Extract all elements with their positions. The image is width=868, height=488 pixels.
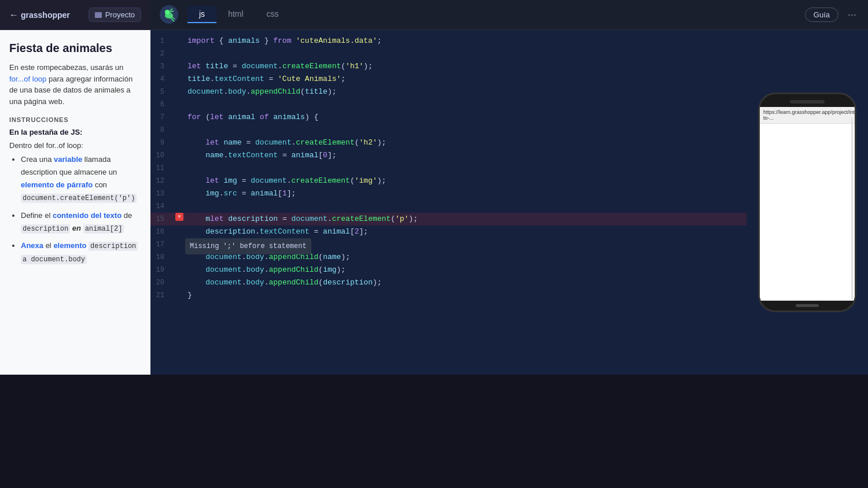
back-arrow-icon: ← bbox=[9, 10, 19, 20]
code-content: let title = document.createElement('h1')… bbox=[185, 60, 746, 73]
line-number: 1 bbox=[150, 35, 174, 47]
phone-screen: https://learn.grasshopper.app/project/in… bbox=[760, 107, 855, 301]
tab-css[interactable]: css bbox=[255, 6, 290, 23]
code-content: for (let animal of animals) { bbox=[185, 111, 746, 124]
error-tooltip: Missing ';' before statement bbox=[185, 238, 311, 254]
sidebar-intro-text: En este rompecabezas, usarás un bbox=[9, 63, 123, 72]
svg-point-2 bbox=[165, 10, 170, 14]
code-content: description.textContent = animal[2]; bbox=[185, 225, 746, 238]
phone-scrollbar bbox=[851, 117, 853, 299]
code-line-3[interactable]: 3let title = document.createElement('h1'… bbox=[150, 60, 746, 73]
code-content: mlet description = document.createElemen… bbox=[185, 213, 746, 225]
code-line-21[interactable]: 21} bbox=[150, 289, 746, 302]
line-number: 2 bbox=[150, 47, 174, 60]
editor-actions: Guía ··· bbox=[805, 6, 859, 23]
parrafo-link[interactable]: elemento de párrafo bbox=[21, 180, 93, 189]
anexa-link[interactable]: Anexa bbox=[21, 241, 43, 250]
bottom-area bbox=[0, 375, 868, 488]
proyecto-icon bbox=[95, 12, 102, 18]
code-content: document.body.appendChild(img); bbox=[185, 264, 746, 276]
code-content bbox=[185, 47, 746, 60]
line-number: 10 bbox=[150, 149, 174, 162]
code-content bbox=[185, 124, 746, 136]
phone-home-button bbox=[796, 304, 819, 307]
contenido-link[interactable]: contenido del texto bbox=[53, 211, 122, 220]
line-number: 5 bbox=[150, 86, 174, 98]
sidebar-title: Fiesta de animales bbox=[9, 42, 141, 55]
line-number: 20 bbox=[150, 276, 174, 289]
more-button[interactable]: ··· bbox=[845, 6, 859, 23]
code-content: let img = document.createElement('img'); bbox=[185, 175, 746, 187]
line-number: 3 bbox=[150, 60, 174, 73]
code-line-14[interactable]: 14 bbox=[150, 200, 746, 213]
instruction-item-1: Crea una variable llamada description qu… bbox=[21, 153, 141, 205]
app-title: grasshopper bbox=[21, 10, 70, 20]
line-number: 6 bbox=[150, 98, 174, 111]
sidebar-top: ← grasshopper Proyecto bbox=[0, 0, 150, 29]
code-line-19[interactable]: 19 document.body.appendChild(img); bbox=[150, 264, 746, 276]
app-container: ← grasshopper Proyecto js html bbox=[0, 0, 868, 488]
code-content: document.body.appendChild(description); bbox=[185, 276, 746, 289]
line-number: 11 bbox=[150, 162, 174, 175]
code-line-6[interactable]: 6 bbox=[150, 98, 746, 111]
elemento-link[interactable]: elemento bbox=[53, 241, 86, 250]
code-line-15[interactable]: 15✕ mlet description = document.createEl… bbox=[150, 213, 746, 225]
code-content bbox=[185, 200, 746, 213]
code-content: document.body.appendChild(title); bbox=[185, 86, 746, 98]
code-area[interactable]: 1import { animals } from 'cuteAnimals.da… bbox=[150, 30, 746, 375]
code-content: } bbox=[185, 289, 746, 302]
grasshopper-icon bbox=[160, 5, 178, 24]
line-number: 17 bbox=[150, 238, 174, 251]
code-content bbox=[185, 162, 746, 175]
for-of-loop-link[interactable]: for...of loop bbox=[9, 75, 46, 83]
line-number: 8 bbox=[150, 124, 174, 136]
code-line-7[interactable]: 7for (let animal of animals) { bbox=[150, 111, 746, 124]
subsection-js: En la pestaña de JS: bbox=[9, 128, 141, 136]
code-line-5[interactable]: 5document.body.appendChild(title); bbox=[150, 86, 746, 98]
phone-speaker bbox=[790, 100, 825, 103]
instruction-item-2: Define el contenido del texto de descrip… bbox=[21, 209, 141, 235]
line-number: 21 bbox=[150, 289, 174, 302]
instrucciones-title: INSTRUCCIONES bbox=[9, 116, 141, 123]
code-line-1[interactable]: 1import { animals } from 'cuteAnimals.da… bbox=[150, 35, 746, 47]
code-line-2[interactable]: 2 bbox=[150, 47, 746, 60]
proyecto-button[interactable]: Proyecto bbox=[89, 8, 141, 22]
tabs-area: js html css bbox=[187, 6, 805, 23]
subsection-inside: Dentro del for..of loop: bbox=[9, 141, 141, 150]
line-number: 9 bbox=[150, 136, 174, 149]
error-icon: ✕ bbox=[175, 213, 183, 221]
code-content: title.textContent = 'Cute Animals'; bbox=[185, 73, 746, 86]
code-content bbox=[185, 98, 746, 111]
code-line-9[interactable]: 9 let name = document.createElement('h2'… bbox=[150, 136, 746, 149]
code-line-11[interactable]: 11 bbox=[150, 162, 746, 175]
tab-html[interactable]: html bbox=[216, 6, 255, 23]
main-content: Fiesta de animales En este rompecabezas,… bbox=[0, 30, 868, 375]
line-number: 13 bbox=[150, 187, 174, 200]
code-content: name.textContent = animal[0]; bbox=[185, 149, 746, 162]
code-line-12[interactable]: 12 let img = document.createElement('img… bbox=[150, 175, 746, 187]
sidebar-intro: En este rompecabezas, usarás un for...of… bbox=[9, 62, 141, 107]
phone-mockup: https://learn.grasshopper.app/project/in… bbox=[758, 93, 856, 312]
top-bar: ← grasshopper Proyecto js html bbox=[0, 0, 868, 30]
code-line-10[interactable]: 10 name.textContent = animal[0]; bbox=[150, 149, 746, 162]
code-line-4[interactable]: 4title.textContent = 'Cute Animals'; bbox=[150, 73, 746, 86]
guia-button[interactable]: Guía bbox=[805, 8, 838, 22]
code-content: let name = document.createElement('h2'); bbox=[185, 136, 746, 149]
line-number: 14 bbox=[150, 200, 174, 213]
tab-js[interactable]: js bbox=[187, 6, 216, 23]
editor-panel[interactable]: 1import { animals } from 'cuteAnimals.da… bbox=[150, 30, 868, 375]
code-line-16[interactable]: 16 description.textContent = animal[2]; bbox=[150, 225, 746, 238]
line-number: 19 bbox=[150, 264, 174, 276]
proyecto-label: Proyecto bbox=[105, 10, 135, 19]
instruction-item-3: Anexa el elemento descriptiona document.… bbox=[21, 239, 141, 265]
code-line-13[interactable]: 13 img.src = animal[1]; bbox=[150, 187, 746, 200]
line-number: 7 bbox=[150, 111, 174, 124]
code-content: import { animals } from 'cuteAnimals.dat… bbox=[185, 35, 746, 47]
line-number: 12 bbox=[150, 175, 174, 187]
instructions-list: Crea una variable llamada description qu… bbox=[9, 153, 141, 265]
line-number: 4 bbox=[150, 73, 174, 86]
code-line-8[interactable]: 8 bbox=[150, 124, 746, 136]
code-line-20[interactable]: 20 document.body.appendChild(description… bbox=[150, 276, 746, 289]
back-button[interactable]: ← grasshopper bbox=[9, 10, 70, 20]
variable-link[interactable]: variable bbox=[54, 155, 82, 164]
